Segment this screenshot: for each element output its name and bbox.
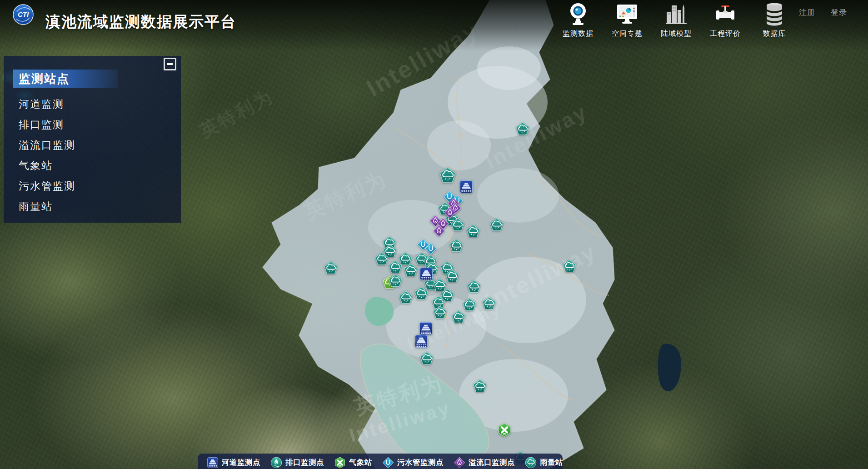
main-nav: 监测数据 空间专题 <box>554 2 799 39</box>
nav-spatial-theme[interactable]: 空间专题 <box>603 2 652 39</box>
sidebar-item-outlet[interactable]: 排口监测 <box>19 115 181 135</box>
app-logo-icon: CTI <box>12 4 34 25</box>
marker-rain[interactable] <box>466 224 480 239</box>
minus-icon <box>167 63 173 65</box>
sidebar-item-sewage[interactable]: 污水管监测 <box>19 176 181 196</box>
marker-rain[interactable] <box>515 122 530 136</box>
sidebar-item-river[interactable]: 河道监测 <box>19 94 181 115</box>
register-link[interactable]: 注册 <box>799 7 815 18</box>
nav-label: 空间专题 <box>612 29 643 39</box>
marker-rain[interactable] <box>388 274 403 288</box>
legend-label: 气象站 <box>349 458 372 468</box>
legend-label: 河道监测点 <box>222 458 260 468</box>
marker-rain[interactable] <box>374 252 389 266</box>
nav-monitoring-data[interactable]: 监测数据 <box>554 2 603 39</box>
pipe-valve-icon <box>713 2 737 28</box>
sidebar-item-rain[interactable]: 雨量站 <box>19 196 181 217</box>
sidebar-item-overflow[interactable]: 溢流口监测 <box>19 135 181 155</box>
outlet-station-icon <box>270 457 282 469</box>
marker-rain[interactable] <box>388 260 403 274</box>
legend-river[interactable]: 河道监测点 <box>207 457 260 469</box>
station-type-list: 河道监测 排口监测 溢流口监测 气象站 污水管监测 雨量站 <box>4 94 181 217</box>
marker-sewage[interactable] <box>425 243 437 255</box>
nav-database[interactable]: 数据库 <box>750 2 799 39</box>
nav-project-evaluation[interactable]: 工程评价 <box>701 2 750 39</box>
marker-river[interactable] <box>414 334 429 349</box>
marker-rain[interactable] <box>473 379 487 394</box>
marker-river[interactable] <box>459 180 474 194</box>
page-title: 滇池流域监测数据展示平台 <box>45 12 236 32</box>
monitoring-stations-panel: 监测站点 河道监测 排口监测 溢流口监测 气象站 污水管监测 雨量站 <box>4 56 181 223</box>
nav-label: 监测数据 <box>563 29 594 39</box>
webcam-icon <box>566 2 590 28</box>
legend-label: 溢流口监测点 <box>469 458 515 468</box>
legend-label: 污水管监测点 <box>397 458 444 468</box>
marker-rain[interactable] <box>414 286 429 301</box>
marker-rain[interactable] <box>449 239 464 253</box>
map-legend: 河道监测点 排口监测点 气象站 污水管监测点 溢流口监测点 雨量站 <box>198 454 563 469</box>
marker-overflow[interactable] <box>433 225 445 237</box>
auth-links: 注册 登录 <box>799 7 847 18</box>
legend-label: 雨量站 <box>540 458 563 468</box>
marker-rain[interactable] <box>399 290 413 305</box>
nav-land-model[interactable]: 陆域模型 <box>652 2 701 39</box>
marker-rain[interactable] <box>482 296 496 311</box>
panel-title: 监测站点 <box>13 70 118 88</box>
marker-overflow[interactable] <box>444 207 456 219</box>
nav-label: 数据库 <box>763 29 786 39</box>
city-buildings-icon <box>664 2 688 28</box>
marker-rain[interactable] <box>562 259 577 274</box>
legend-weather[interactable]: 气象站 <box>334 457 372 469</box>
legend-outlet[interactable]: 排口监测点 <box>270 457 324 469</box>
sewage-station-icon <box>382 457 394 469</box>
rain-station-icon <box>525 457 537 469</box>
marker-rain[interactable] <box>489 218 504 232</box>
marker-rain[interactable] <box>324 261 338 275</box>
panel-minimize-button[interactable] <box>164 58 176 70</box>
legend-label: 排口监测点 <box>285 458 324 468</box>
weather-station-icon <box>334 457 346 469</box>
marker-river[interactable] <box>419 267 434 281</box>
river-station-icon <box>207 457 219 469</box>
marker-rain[interactable] <box>467 279 481 294</box>
nav-label: 工程评价 <box>710 29 741 39</box>
legend-rain[interactable]: 雨量站 <box>525 457 563 469</box>
marker-rain[interactable] <box>451 310 466 324</box>
database-icon <box>763 2 786 28</box>
legend-sewage[interactable]: 污水管监测点 <box>382 457 444 469</box>
overflow-station-icon <box>454 457 465 469</box>
marker-rain[interactable] <box>450 218 465 232</box>
marker-rain[interactable] <box>419 351 434 366</box>
monitor-chart-icon <box>615 2 639 28</box>
sidebar-item-weather[interactable]: 气象站 <box>19 155 181 176</box>
marker-rain[interactable] <box>439 167 456 184</box>
svg-text:CTI: CTI <box>18 10 29 18</box>
legend-overflow[interactable]: 溢流口监测点 <box>454 457 515 469</box>
login-link[interactable]: 登录 <box>831 7 847 18</box>
marker-rain[interactable] <box>404 263 418 278</box>
marker-weather[interactable] <box>498 423 512 438</box>
nav-label: 陆域模型 <box>661 29 692 39</box>
marker-rain[interactable] <box>433 305 447 320</box>
